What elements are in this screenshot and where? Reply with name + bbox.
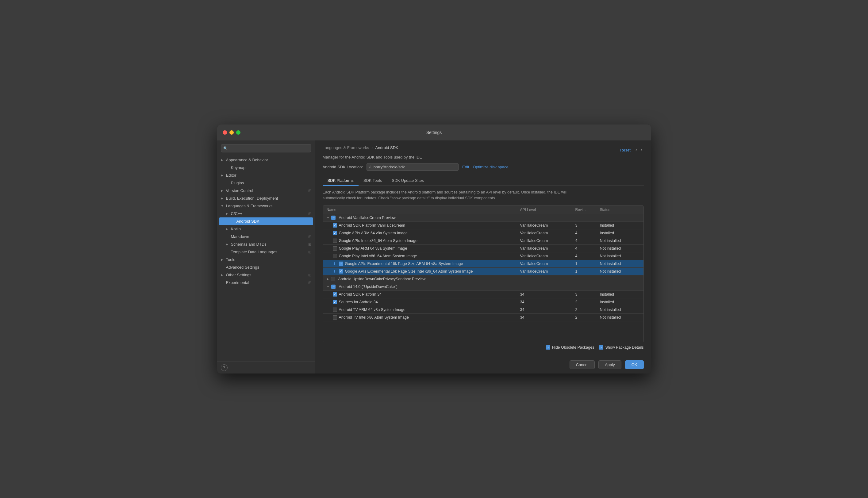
sidebar-item-android-sdk[interactable]: Android SDK: [219, 218, 313, 225]
table-row[interactable]: Google APIs ARM 64 v8a System Image Vani…: [323, 230, 644, 237]
hide-obsolete-option: Hide Obsolete Packages: [546, 345, 594, 350]
sidebar-item-appearance[interactable]: ▶ Appearance & Behavior: [217, 156, 315, 164]
table-row[interactable]: ⬇ Google APIs Experimental 16k Page Size…: [323, 268, 644, 275]
table-row[interactable]: Android SDK Platform 34 34 3 Installed: [323, 291, 644, 298]
row-api: VanillaIceCream: [520, 254, 575, 258]
optimize-disk-button[interactable]: Optimize disk space: [473, 165, 508, 169]
row-checkbox[interactable]: [333, 254, 337, 258]
sidebar-item-tools[interactable]: ▶ Tools: [217, 256, 315, 263]
col-header-api: API Level: [520, 208, 575, 212]
sidebar-item-cpp[interactable]: ▶ C/C++ ⊞: [217, 210, 315, 218]
main-header: Languages & Frameworks › Android SDK Res…: [315, 141, 651, 150]
sidebar-item-markdown[interactable]: Markdown ⊞: [217, 233, 315, 240]
tab-sdk-tools[interactable]: SDK Tools: [358, 176, 387, 186]
sidebar-item-advanced-settings[interactable]: Advanced Settings: [217, 263, 315, 271]
row-status: Not installed: [600, 262, 640, 266]
group-checkbox-vanilla[interactable]: [331, 215, 336, 220]
row-api: VanillaIceCream: [520, 269, 575, 274]
breadcrumb-arrow-icon: ›: [371, 145, 373, 150]
dialog-footer: Cancel Apply OK: [315, 356, 651, 374]
row-checkbox[interactable]: [333, 315, 337, 319]
table-row[interactable]: Android TV ARM 64 v8a System Image 34 2 …: [323, 306, 644, 314]
row-checkbox[interactable]: [333, 231, 337, 235]
row-rev: 3: [575, 223, 600, 227]
sidebar-item-experimental[interactable]: Experimental ⊞: [217, 279, 315, 286]
row-name-label: Google APIs Experimental 16k Page Size I…: [345, 269, 473, 274]
row-checkbox[interactable]: [333, 292, 337, 297]
settings-icon: ⊞: [308, 273, 311, 277]
forward-button[interactable]: ›: [640, 147, 644, 153]
cancel-button[interactable]: Cancel: [569, 360, 595, 369]
expand-arrow-icon: ▶: [226, 212, 229, 215]
reset-button[interactable]: Reset: [620, 148, 631, 153]
help-button[interactable]: ?: [221, 364, 227, 371]
main-panel: Languages & Frameworks › Android SDK Res…: [315, 141, 651, 374]
sidebar-item-keymap[interactable]: Keymap: [217, 164, 315, 171]
group-label-vanilla: Android VanillaIceCream Preview: [339, 215, 395, 220]
sidebar-item-template-data[interactable]: Template Data Languages ⊞: [217, 248, 315, 256]
sidebar-item-version-control[interactable]: ▶ Version Control ⊞: [217, 187, 315, 194]
settings-window: Settings 🔍 ▶ Appearance & Behavior Keyma…: [217, 124, 651, 374]
sidebar-item-plugins[interactable]: Plugins: [217, 179, 315, 187]
table-row[interactable]: Google Play ARM 64 v8a System Image Vani…: [323, 245, 644, 252]
row-status: Not installed: [600, 307, 640, 312]
row-name-label: Android TV Intel x86 Atom System Image: [339, 315, 409, 319]
table-row[interactable]: Android SDK Platform VanillaIceCream Van…: [323, 222, 644, 230]
apply-button[interactable]: Apply: [599, 360, 621, 369]
sidebar-item-languages[interactable]: ▼ Languages & Frameworks: [217, 202, 315, 210]
row-rev: 4: [575, 254, 600, 258]
row-checkbox[interactable]: [339, 269, 343, 274]
group-row-vanilla[interactable]: ▼ Android VanillaIceCream Preview: [323, 214, 644, 222]
row-api: VanillaIceCream: [520, 262, 575, 266]
expand-arrow-icon: ▶: [221, 258, 224, 261]
sidebar-item-kotlin[interactable]: ▶ Kotlin: [217, 225, 315, 233]
hide-obsolete-checkbox[interactable]: [546, 345, 550, 350]
row-checkbox[interactable]: [333, 239, 337, 243]
table-row[interactable]: Sources for Android 34 34 2 Installed: [323, 298, 644, 306]
expand-icon: ▶: [327, 277, 329, 280]
search-input[interactable]: [221, 144, 311, 153]
row-checkbox[interactable]: [333, 246, 337, 250]
tab-sdk-update-sites[interactable]: SDK Update Sites: [387, 176, 429, 186]
row-checkbox[interactable]: [333, 223, 337, 227]
row-rev: 2: [575, 307, 600, 312]
row-checkbox[interactable]: [333, 300, 337, 304]
edit-button[interactable]: Edit: [462, 165, 469, 169]
row-rev: 4: [575, 239, 600, 243]
table-row[interactable]: Google Play Intel x86_64 Atom System Ima…: [323, 252, 644, 260]
sidebar-item-build[interactable]: ▶ Build, Execution, Deployment: [217, 194, 315, 202]
row-checkbox[interactable]: [333, 307, 337, 312]
row-checkbox[interactable]: [339, 262, 343, 266]
sdk-table: Name API Level Revi... Status ▼ Android …: [323, 206, 644, 342]
row-api: VanillaIceCream: [520, 231, 575, 235]
minimize-button[interactable]: [229, 130, 234, 135]
group-row-privacy-sandbox[interactable]: ▶ Android UpsideDownCakePrivacySandbox P…: [323, 275, 644, 283]
row-rev: 1: [575, 269, 600, 274]
hide-obsolete-label: Hide Obsolete Packages: [552, 345, 594, 350]
table-row[interactable]: Android TV Intel x86 Atom System Image 3…: [323, 314, 644, 322]
tab-sdk-platforms[interactable]: SDK Platforms: [323, 176, 358, 186]
sidebar: 🔍 ▶ Appearance & Behavior Keymap ▶ Edito…: [217, 141, 315, 374]
titlebar: Settings: [217, 124, 651, 141]
table-row[interactable]: ⬇ Google APIs Experimental 16k Page Size…: [323, 260, 644, 268]
sdk-location-label: Android SDK Location:: [323, 165, 363, 169]
maximize-button[interactable]: [236, 130, 240, 135]
breadcrumb-current: Android SDK: [376, 145, 398, 150]
sidebar-item-other-settings[interactable]: ▶ Other Settings ⊞: [217, 271, 315, 279]
table-row[interactable]: Google APIs Intel x86_64 Atom System Ima…: [323, 237, 644, 245]
window-title: Settings: [426, 130, 442, 135]
expand-arrow-icon: ▶: [221, 158, 224, 161]
close-button[interactable]: [223, 130, 227, 135]
ok-button[interactable]: OK: [625, 360, 644, 369]
group-checkbox-privacy[interactable]: [331, 277, 335, 281]
sidebar-item-editor[interactable]: ▶ Editor: [217, 171, 315, 179]
group-checkbox-udc[interactable]: [331, 285, 336, 289]
group-row-udc[interactable]: ▼ Android 14.0 ("UpsideDownCake"): [323, 283, 644, 291]
expand-arrow-icon: ▶: [221, 189, 224, 192]
main-content: Manager for the Android SDK and Tools us…: [315, 150, 651, 356]
sidebar-item-schemas[interactable]: ▶ Schemas and DTDs ⊞: [217, 240, 315, 248]
show-package-checkbox[interactable]: [599, 345, 603, 350]
back-button[interactable]: ‹: [634, 147, 638, 153]
row-api: 34: [520, 307, 575, 312]
sdk-location-input[interactable]: [367, 163, 459, 171]
